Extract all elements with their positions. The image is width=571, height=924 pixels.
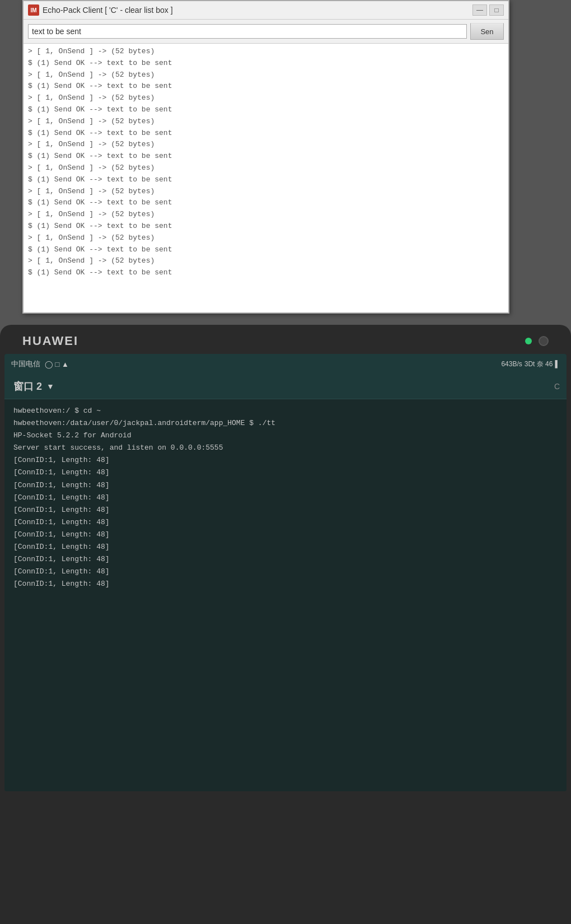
carrier-label: 中国电信 (11, 359, 40, 369)
window-title: Echo-Pack Client [ 'C' - clear list box … (43, 6, 173, 15)
terminal-line: [ConnID:1, Length: 48] (13, 578, 558, 590)
window-controls: — □ (472, 4, 504, 16)
terminal-line: [ConnID:1, Length: 48] (13, 454, 558, 466)
list-item: $ (1) Send OK --> text to be sent (28, 197, 504, 209)
list-item: > [ 1, OnSend ] -> (52 bytes) (28, 255, 504, 267)
list-item: $ (1) Send OK --> text to be sent (28, 221, 504, 232)
signal-icons: 3Dt 奈 46 (525, 360, 553, 369)
terminal-content: hwbeethoven:/ $ cd ~hwbeethoven:/data/us… (4, 399, 567, 791)
app-icon: IM (28, 4, 39, 16)
list-item: $ (1) Send OK --> text to be sent (28, 151, 504, 162)
list-item: > [ 1, OnSend ] -> (52 bytes) (28, 232, 504, 244)
list-item: $ (1) Send OK --> text to be sent (28, 104, 504, 116)
message-input[interactable] (28, 24, 467, 39)
list-item: > [ 1, OnSend ] -> (52 bytes) (28, 186, 504, 198)
list-item: > [ 1, OnSend ] -> (52 bytes) (28, 162, 504, 174)
input-area: Sen (24, 20, 508, 44)
statusbar-right: 643B/s 3Dt 奈 46 ▌ (501, 360, 560, 369)
tablet-device: HUAWEI 中国电信 ◯ □ ▲ 643B/s 3Dt 奈 46 ▌ 窗口 2… (0, 325, 571, 924)
statusbar-left: 中国电信 ◯ □ ▲ (11, 359, 69, 369)
terminal-line: [ConnID:1, Length: 48] (13, 566, 558, 578)
titlebar: IM Echo-Pack Client [ 'C' - clear list b… (24, 1, 508, 20)
terminal-header: 窗口 2 ▼ C (4, 374, 567, 399)
terminal-line: hwbeethoven:/ $ cd ~ (13, 405, 558, 417)
terminal-line: [ConnID:1, Length: 48] (13, 492, 558, 504)
brand-label: HUAWEI (22, 334, 78, 348)
network-speed: 643B/s (501, 360, 522, 368)
list-item: > [ 1, OnSend ] -> (52 bytes) (28, 46, 504, 58)
windows-app: IM Echo-Pack Client [ 'C' - clear list b… (22, 0, 509, 314)
list-item: > [ 1, OnSend ] -> (52 bytes) (28, 69, 504, 81)
terminal-line: HP-Socket 5.2.2 for Android (13, 430, 558, 442)
green-indicator (525, 338, 532, 344)
tablet-indicators (525, 336, 549, 346)
tablet-top: HUAWEI (0, 325, 571, 354)
minimize-button[interactable]: — (472, 4, 487, 16)
tablet-screen: 中国电信 ◯ □ ▲ 643B/s 3Dt 奈 46 ▌ 窗口 2 ▼ C hw… (4, 354, 567, 791)
terminal-line: [ConnID:1, Length: 48] (13, 466, 558, 479)
terminal-line: hwbeethoven:/data/user/0/jackpal.android… (13, 417, 558, 430)
list-item: > [ 1, OnSend ] -> (52 bytes) (28, 209, 504, 221)
statusbar-icons: ◯ □ ▲ (45, 360, 69, 368)
list-item: $ (1) Send OK --> text to be sent (28, 174, 504, 186)
list-item: $ (1) Send OK --> text to be sent (28, 128, 504, 139)
maximize-button[interactable]: □ (489, 4, 504, 16)
window-label: 窗口 2 (13, 380, 42, 393)
corner-label: C (554, 382, 560, 391)
android-statusbar: 中国电信 ◯ □ ▲ 643B/s 3Dt 奈 46 ▌ (4, 354, 567, 374)
list-item: $ (1) Send OK --> text to be sent (28, 267, 504, 279)
terminal-line: [ConnID:1, Length: 48] (13, 504, 558, 516)
terminal-line: [ConnID:1, Length: 48] (13, 516, 558, 529)
terminal-line: [ConnID:1, Length: 48] (13, 479, 558, 492)
list-item: $ (1) Send OK --> text to be sent (28, 244, 504, 256)
list-item: > [ 1, OnSend ] -> (52 bytes) (28, 139, 504, 151)
log-listbox[interactable]: > [ 1, OnSend ] -> (52 bytes)$ (1) Send … (24, 44, 508, 312)
dropdown-icon[interactable]: ▼ (46, 382, 54, 391)
list-item: $ (1) Send OK --> text to be sent (28, 58, 504, 69)
title-left: IM Echo-Pack Client [ 'C' - clear list b… (28, 4, 173, 16)
battery-icon: ▌ (555, 360, 560, 368)
list-item: $ (1) Send OK --> text to be sent (28, 81, 504, 92)
terminal-line: [ConnID:1, Length: 48] (13, 529, 558, 541)
send-button[interactable]: Sen (470, 23, 504, 40)
list-item: > [ 1, OnSend ] -> (52 bytes) (28, 116, 504, 128)
terminal-line: Server start success, and listen on 0.0.… (13, 442, 558, 454)
terminal-line: [ConnID:1, Length: 48] (13, 541, 558, 553)
camera-lens (539, 336, 549, 346)
terminal-line: [ConnID:1, Length: 48] (13, 553, 558, 566)
list-item: > [ 1, OnSend ] -> (52 bytes) (28, 92, 504, 104)
